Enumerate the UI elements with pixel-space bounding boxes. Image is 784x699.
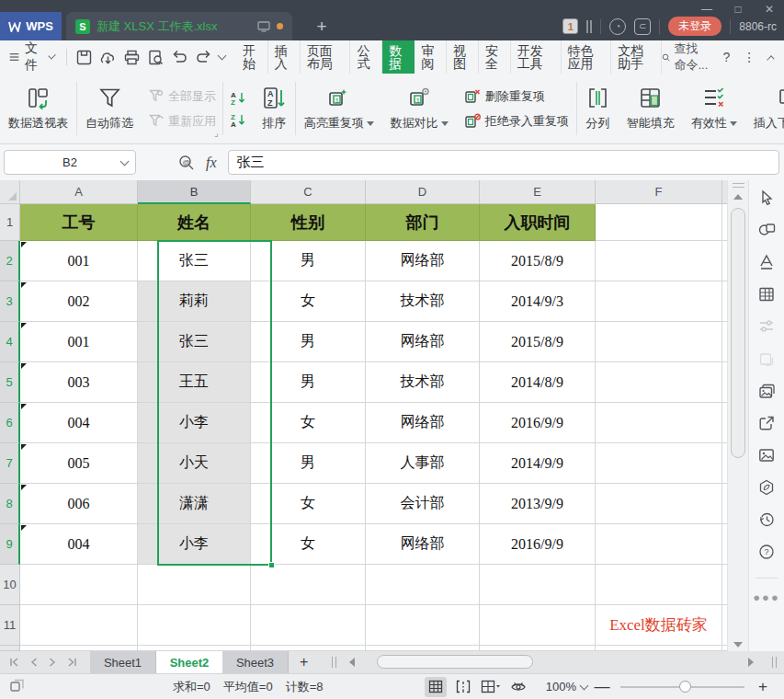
scroll-right-arrow-icon[interactable] (748, 658, 754, 667)
reject-duplicates-button[interactable]: 拒绝录入重复项 (464, 113, 569, 130)
split-handle-icon[interactable] (733, 183, 744, 188)
cell-F2[interactable] (596, 241, 722, 281)
cell-C1[interactable]: 性别 (251, 204, 366, 241)
cell-E4[interactable]: 2015/8/9 (480, 322, 596, 362)
cell-F10[interactable] (596, 565, 722, 605)
split-handle-icon[interactable] (772, 657, 777, 668)
zoom-slider-handle[interactable] (679, 681, 691, 693)
collapse-ribbon-button[interactable] (767, 55, 774, 63)
print-preview-icon[interactable] (147, 49, 165, 66)
scroll-up-arrow-icon[interactable] (733, 194, 743, 200)
next-sheet-button[interactable] (49, 658, 56, 667)
sort-button[interactable]: AZ 排序 (254, 86, 295, 132)
cell-A10[interactable] (20, 565, 138, 605)
cell-F8[interactable] (596, 484, 722, 524)
cell-E7[interactable]: 2014/9/9 (480, 443, 596, 484)
row-header-7[interactable]: 7 (0, 443, 20, 484)
fx-button[interactable]: fx (206, 155, 217, 171)
undo-icon[interactable] (171, 50, 188, 65)
cell-A2[interactable]: 001 (20, 241, 138, 281)
split-handle-icon[interactable] (332, 657, 336, 668)
row-header-10[interactable]: 10 (0, 565, 20, 605)
tab-developer[interactable]: 开发工具 (511, 40, 562, 74)
cell-B9[interactable]: 小李 (138, 524, 251, 565)
cell-B6[interactable]: 小李 (138, 403, 251, 443)
history-icon[interactable] (756, 510, 777, 530)
export-icon[interactable] (99, 49, 117, 66)
cell-D1[interactable]: 部门 (366, 204, 480, 241)
sheet-tab-sheet3[interactable]: Sheet3 (222, 651, 289, 673)
cell-F4[interactable] (596, 322, 722, 362)
first-sheet-button[interactable] (9, 658, 19, 667)
zoom-level[interactable]: 100% (546, 680, 576, 693)
column-header-F[interactable]: F (596, 180, 722, 204)
task-bars-icon[interactable] (586, 20, 592, 33)
cell-D7[interactable]: 人事部 (366, 443, 480, 484)
zoom-slider[interactable] (620, 686, 744, 688)
cell-D5[interactable]: 技术部 (366, 362, 480, 403)
cell-E2[interactable]: 2015/8/9 (480, 241, 596, 281)
cell-B4[interactable]: 张三 (138, 322, 251, 362)
wordart-icon[interactable] (756, 252, 777, 272)
cell-A4[interactable]: 001 (20, 322, 138, 362)
cell-C7[interactable]: 男 (251, 443, 366, 484)
cell-D3[interactable]: 技术部 (366, 281, 480, 322)
cell-B3[interactable]: 莉莉 (138, 281, 251, 322)
cell-C6[interactable]: 女 (251, 403, 366, 443)
pivot-table-button[interactable]: 数据透视表 (0, 86, 76, 132)
horizontal-scroll-thumb[interactable] (377, 655, 533, 669)
dialog-launcher-icon[interactable]: ⌟ (214, 128, 219, 138)
normal-view-button[interactable] (425, 677, 447, 697)
cell-F3[interactable] (596, 281, 722, 322)
cell-D2[interactable]: 网络部 (366, 241, 480, 281)
prev-sheet-button[interactable] (30, 658, 38, 667)
cell-D6[interactable]: 网络部 (366, 403, 480, 443)
cell-A11[interactable] (20, 605, 138, 646)
magnifier-icon[interactable]: @ (178, 155, 195, 171)
cell-C10[interactable] (251, 565, 366, 605)
page-layout-view-button[interactable] (480, 677, 502, 697)
cell-A9[interactable]: 004 (20, 524, 138, 565)
cell-A7[interactable]: 005 (20, 443, 138, 484)
cell-E6[interactable]: 2016/9/9 (480, 403, 596, 443)
vertical-scroll-thumb[interactable] (731, 208, 745, 458)
cell-F7[interactable] (596, 443, 722, 484)
column-header-C[interactable]: C (251, 180, 366, 204)
tab-page-layout[interactable]: 页面布局 (301, 40, 351, 74)
cell-F9[interactable] (596, 524, 722, 565)
cell-A5[interactable]: 003 (20, 362, 138, 403)
tab-home[interactable]: 开始 (236, 40, 268, 74)
new-tab-button[interactable]: + (311, 17, 333, 37)
data-compare-button[interactable]: 1 数据对比 (382, 86, 457, 132)
column-header-D[interactable]: D (366, 180, 480, 204)
tab-insert[interactable]: 插入 (268, 40, 301, 74)
autofilter-button[interactable]: 自动筛选 (77, 86, 142, 132)
file-menu-button[interactable]: 文件 (0, 40, 62, 74)
row-header-1[interactable]: 1 (0, 204, 20, 241)
cell-C5[interactable]: 男 (251, 362, 366, 403)
vertical-scrollbar[interactable] (727, 180, 748, 651)
sheet-tab-sheet1[interactable]: Sheet1 (90, 651, 156, 673)
cell-F11[interactable]: Excel数据砖家 (596, 605, 722, 646)
cell-D8[interactable]: 会计部 (366, 484, 480, 524)
shapes-icon[interactable] (756, 220, 777, 240)
row-header-3[interactable]: 3 (0, 281, 20, 322)
remove-duplicates-button[interactable]: 删除重复项 (464, 88, 569, 105)
table-icon[interactable] (756, 284, 777, 304)
save-icon[interactable] (75, 49, 93, 66)
column-header-E[interactable]: E (480, 180, 596, 204)
zoom-in-button[interactable]: + (753, 678, 773, 696)
tab-data[interactable]: 数据 (382, 40, 415, 74)
cell-C11[interactable] (251, 605, 366, 646)
cell-D11[interactable] (366, 605, 480, 646)
zoom-out-button[interactable]: — (592, 678, 612, 696)
insert-dropdown-list-button[interactable]: 插入下拉列表 (745, 86, 784, 132)
cell-F6[interactable] (596, 403, 722, 443)
row-header-6[interactable]: 6 (0, 403, 20, 443)
cell-E3[interactable]: 2014/9/3 (480, 281, 596, 322)
scroll-down-arrow-icon[interactable] (733, 642, 743, 647)
cell-F1[interactable] (596, 204, 722, 241)
cell-E1[interactable]: 入职时间 (480, 204, 596, 241)
picture-icon[interactable] (756, 445, 777, 465)
feedback-icon[interactable]: ◔ (609, 18, 626, 35)
